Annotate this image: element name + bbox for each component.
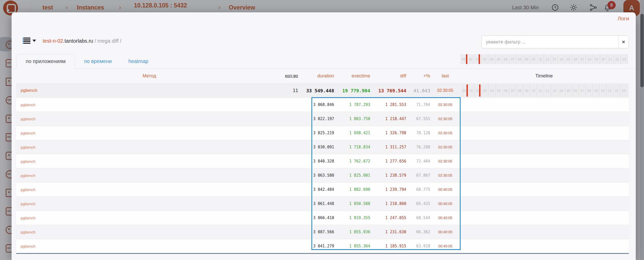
row-duration: 3 042.484	[298, 183, 334, 196]
row-exectime: 1 803.750	[334, 112, 370, 126]
table-row[interactable]: pgbench3 022.1971 803.7501 218.44767.551…	[16, 112, 629, 126]
row-last: 00:40:05	[430, 197, 460, 211]
list-menu-button[interactable]	[23, 37, 37, 45]
summary-percent: 41.043	[406, 84, 430, 97]
timeline-hour-cell: 02	[474, 54, 481, 64]
timeline-hour-cell: 20	[599, 84, 606, 97]
table-header-row: Метод кол-во duration exectime diff +% l…	[16, 68, 629, 83]
timeline-hour-cell: 18	[586, 54, 593, 64]
tab-heatmap[interactable]: heatmap	[121, 54, 156, 68]
row-diff: 1 210.860	[370, 197, 406, 211]
row-percent: 71.704	[406, 98, 430, 112]
summary-exectime: 19 779.904	[334, 84, 370, 97]
col-count[interactable]: кол-во	[257, 68, 298, 83]
breadcrumb: test-n-02.tantorlabs.ru / mega diff /	[43, 38, 121, 44]
summary-last: 02:30:05	[430, 84, 460, 97]
table-row[interactable]: pgbench3 040.3281 762.6721 277.65672.484…	[16, 154, 629, 168]
col-duration[interactable]: duration	[298, 68, 334, 83]
row-diff: 1 281.553	[370, 98, 406, 112]
row-duration: 3 041.279	[298, 239, 334, 253]
row-exectime: 1 825.001	[334, 168, 370, 182]
timeline-hour-cell: 03	[481, 54, 488, 64]
row-last: 02:30:05	[430, 126, 460, 140]
summary-count: 11	[257, 84, 298, 97]
row-percent: 72.484	[406, 154, 430, 168]
timeline-hour-cell: 17	[579, 84, 586, 97]
col-last[interactable]: last	[430, 68, 460, 83]
timeline-hour-cell: 10	[530, 84, 537, 97]
row-diff: 1 239.794	[370, 183, 406, 196]
row-method: pgbench	[21, 98, 36, 112]
timeline-hour-cell: 23	[620, 84, 627, 97]
row-percent: 76.288	[406, 140, 430, 154]
timeline-hour-cell: 17	[579, 54, 586, 64]
breadcrumb-host[interactable]: test-n-02	[43, 38, 63, 44]
table-row[interactable]: pgbench3 025.2191 698.4211 326.79878.120…	[16, 126, 629, 140]
row-method: pgbench	[21, 225, 36, 239]
row-last: 02:30:05	[430, 140, 460, 154]
summary-row[interactable]: pgbench 11 33 549.448 19 779.904 13 769.…	[16, 83, 629, 97]
row-duration: 3 030.091	[298, 140, 334, 154]
col-timeline: Timeline	[460, 68, 628, 83]
row-diff: 1 247.055	[370, 211, 406, 225]
logs-link[interactable]: Логи	[617, 15, 629, 22]
col-method[interactable]: Метод	[16, 68, 283, 83]
summary-method[interactable]: pgbench	[21, 84, 37, 97]
chevron-down-icon	[32, 40, 36, 42]
row-diff: 1 326.798	[370, 126, 406, 140]
timeline-hour-cell: 18	[586, 84, 593, 97]
table-row[interactable]: pgbench3 066.4101 819.3551 247.05568.544…	[16, 211, 629, 225]
timeline-hour-cell: 11	[537, 84, 544, 97]
diff-modal: Логи test-n-02.tantorlabs.ru / mega diff…	[12, 12, 636, 260]
row-exectime: 1 787.293	[334, 98, 370, 112]
row-last: 00:40:05	[430, 239, 460, 253]
activity-marker	[479, 54, 480, 64]
col-exectime[interactable]: exectime	[334, 68, 370, 83]
table-row[interactable]: pgbench3 061.4481 850.5881 210.86065.431…	[16, 196, 629, 211]
table-row[interactable]: pgbench3 063.5801 825.0011 238.57967.867…	[16, 168, 629, 182]
row-diff: 1 185.915	[370, 239, 406, 253]
timeline-hour-cell: 19	[593, 54, 600, 64]
row-last: 02:30:05	[430, 154, 460, 168]
table-row[interactable]: pgbench3 087.5661 855.9361 231.63066.362…	[16, 225, 629, 239]
col-percent[interactable]: +%	[406, 68, 430, 83]
row-method: pgbench	[21, 112, 36, 126]
timeline-hour-cell: 06	[502, 54, 509, 64]
table-row[interactable]: pgbench3 041.2791 855.3641 185.91563.918…	[16, 239, 629, 253]
timeline-hour-cell: 07	[509, 84, 516, 97]
timeline-hour-cell: 08	[516, 54, 523, 64]
clear-filter-button[interactable]: ×	[618, 36, 629, 48]
table-row[interactable]: pgbench3 042.4841 802.6901 239.79468.775…	[16, 182, 629, 196]
row-percent: 68.775	[406, 183, 430, 196]
timeline-hour-cell: 09	[523, 54, 530, 64]
screen: test›Instances›10.128.0.105 : 5432›Overv…	[0, 0, 644, 260]
table-row[interactable]: pgbench3 068.8461 787.2931 281.55371.704…	[16, 97, 629, 112]
timeline-hour-cell: 13	[551, 84, 558, 97]
timeline-hour-cell: 07	[509, 54, 516, 64]
row-exectime: 1 802.690	[334, 183, 370, 196]
row-method: pgbench	[21, 197, 36, 211]
row-percent: 67.551	[406, 112, 430, 126]
timeline-hour-cell: 06	[503, 84, 510, 97]
filter-input[interactable]	[482, 36, 618, 48]
timeline-hour-cell: 14	[558, 84, 565, 97]
table-row[interactable]: pgbench3 030.0911 718.8341 311.25776.288…	[16, 140, 629, 154]
tab-by-time[interactable]: по времени	[76, 54, 119, 68]
row-exectime: 1 718.834	[334, 140, 370, 154]
row-last: 00:40:05	[430, 211, 460, 225]
activity-marker	[467, 84, 468, 97]
row-percent: 68.544	[406, 211, 430, 225]
row-percent: 67.867	[406, 168, 430, 182]
col-diff[interactable]: diff	[370, 68, 406, 83]
row-last: 00:40:05	[430, 225, 460, 239]
timeline-hour-cell: 05	[495, 54, 502, 64]
row-method: pgbench	[21, 126, 36, 140]
timeline-hour-cell: 11	[537, 54, 544, 64]
summary-diff: 13 769.544	[370, 84, 406, 97]
row-duration: 3 087.566	[298, 225, 334, 239]
row-duration: 3 068.846	[298, 98, 334, 112]
tab-by-applications[interactable]: по приложениям	[16, 54, 75, 69]
tabs-bar: по приложениям по времени heatmap 000102…	[12, 54, 636, 69]
timeline-hour-cell: 05	[496, 84, 503, 97]
timeline-hour-cell: 21	[607, 54, 614, 64]
